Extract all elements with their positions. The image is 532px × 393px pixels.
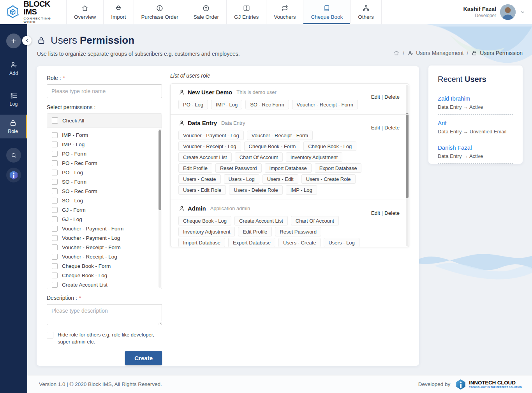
permission-row[interactable]: SO - Log [47,196,162,205]
permissions-scrollbar[interactable] [159,129,161,288]
permission-checkbox[interactable] [52,235,58,241]
permission-row[interactable]: Voucher - Receipt - Log [47,252,162,261]
check-all-checkbox[interactable] [52,117,58,124]
permission-row[interactable]: SO - Form [47,177,162,186]
create-button[interactable]: Create [125,351,162,365]
permission-checkbox[interactable] [52,263,58,269]
permission-row[interactable]: Voucher - Payment - Log [47,233,162,243]
permission-row[interactable]: Voucher - Receipt - Form [47,243,162,252]
permission-checkbox[interactable] [52,198,58,204]
sidebar-item-role[interactable]: Role [0,115,27,138]
version-copyright-text: Version 1.0 | © 2020 Block IMS, All Righ… [39,381,162,387]
permission-checkbox[interactable] [52,226,58,232]
permission-chip: Cheque Book - Form [244,142,301,151]
permission-checkbox[interactable] [52,216,58,222]
delete-link[interactable]: Delete [384,210,400,216]
permission-row[interactable]: IMP - Form [47,130,162,140]
permission-checkbox[interactable] [52,170,58,175]
permission-row[interactable]: Cheque Book - Log [47,271,162,280]
list-icon [10,92,18,100]
nav-tab-overview[interactable]: Overview [66,0,103,24]
nav-tab-gj-entries[interactable]: GJ Entries [226,0,266,24]
breadcrumb-divider: / [403,50,404,56]
chevron-left-icon [24,38,30,43]
recent-user-name-link[interactable]: Danish Fazal [438,144,513,151]
permission-checkbox[interactable] [52,273,58,278]
permission-chip: Inventory Adjustment [178,227,235,236]
app-logo[interactable]: BLOCK IMS CONNECTING WORK [0,0,66,24]
user-menu[interactable]: Kashif Fazal Developer [463,0,532,24]
innotech-cloud-logo[interactable]: INNOTECH CLOUD TECHNOLOGY IS THE PERFECT… [455,379,522,390]
quick-add-button[interactable] [6,34,21,48]
title-bold: Users [465,75,486,83]
role-actions: Edit | Delete [371,94,400,100]
role-name-input[interactable] [47,84,162,98]
sidebar-collapse-button[interactable] [22,36,32,45]
required-asterisk: * [63,75,65,81]
breadcrumb-home[interactable] [393,50,400,56]
permission-checkbox[interactable] [52,151,58,157]
nav-tab-import[interactable]: Import [103,0,133,24]
sidebar-search-button[interactable] [6,148,21,163]
permission-row[interactable]: PO - Log [47,168,162,177]
permission-row[interactable]: IMP - Log [47,140,162,149]
permission-checkbox[interactable] [52,188,58,194]
permission-row[interactable]: PO - Form [47,149,162,158]
edit-link[interactable]: Edit [371,94,380,100]
home-icon [81,4,89,12]
lock-icon [9,119,17,127]
permission-row[interactable]: PO - Rec Form [47,158,162,168]
permission-row[interactable]: GJ - Form [47,205,162,214]
exclamation-circle-icon [156,4,164,12]
permission-label: Voucher - Payment - Log [62,235,120,241]
nav-tab-purchase-order[interactable]: Purchase Order [134,0,186,24]
recent-user-name-link[interactable]: Zaid Ibrahim [438,95,513,102]
permission-chip: Voucher - Receipt - Form [247,131,313,140]
permission-row[interactable]: SO - Rec Form [47,186,162,196]
delete-link[interactable]: Delete [384,125,400,131]
breadcrumb-users-management[interactable]: Users Management [407,50,463,56]
nav-tab-others[interactable]: Others [350,0,382,24]
permission-row[interactable]: Cheque Book - Form [47,261,162,271]
permission-checkbox[interactable] [52,179,58,185]
permission-chip: IMP - Log [286,185,317,195]
permission-checkbox[interactable] [52,254,58,260]
permission-label: Voucher - Receipt - Log [62,254,117,260]
hide-role-option[interactable]: Hide role for others e.g. role like deve… [47,331,162,345]
permission-checkbox[interactable] [52,244,58,250]
user-name: Kashif Fazal [463,6,496,12]
permission-checkbox[interactable] [52,132,58,138]
permission-chip: Import Database [265,163,312,173]
breadcrumb-users-permission[interactable]: Users Permission [471,50,523,56]
permission-label: PO - Rec Form [62,160,97,166]
nav-tab-cheque-book[interactable]: Cheque Book [303,0,350,24]
title-light: Recent [438,75,462,83]
scrollbar-thumb[interactable] [159,130,161,210]
hide-role-checkbox[interactable] [47,332,53,338]
permission-row[interactable]: Create Account List [47,280,162,289]
edit-link[interactable]: Edit [371,125,380,131]
permission-chip: Edit Profile [178,163,212,173]
check-all-row[interactable]: Check All [47,114,162,127]
sidebar-item-log[interactable]: Log [0,89,27,110]
permission-row[interactable]: GJ - Log [47,214,162,224]
chevron-down-icon[interactable] [520,9,526,15]
dotted-divider [438,89,513,89]
permission-checkbox[interactable] [52,207,58,213]
permission-chip: Users - Create Role [301,174,356,184]
edit-link[interactable]: Edit [371,210,380,216]
nav-tab-vouchers[interactable]: Vouchers [266,0,303,24]
permission-row[interactable]: Voucher - Payment - Form [47,224,162,233]
delete-link[interactable]: Delete [384,94,400,100]
recent-user-name-link[interactable]: Arif [438,120,513,126]
avatar[interactable] [500,4,516,20]
role-actions: Edit | Delete [371,125,400,131]
permission-checkbox[interactable] [52,160,58,166]
permission-checkbox[interactable] [52,282,58,288]
description-textarea[interactable] [47,304,162,325]
sidebar-brand-button[interactable] [6,168,21,182]
permission-checkbox[interactable] [52,142,58,147]
recent-user-item: Arif Data Entry → Unverified Email [438,120,513,139]
sidebar-item-add[interactable]: Add [0,58,27,79]
nav-tab-sale-order[interactable]: Sale Order [186,0,226,24]
